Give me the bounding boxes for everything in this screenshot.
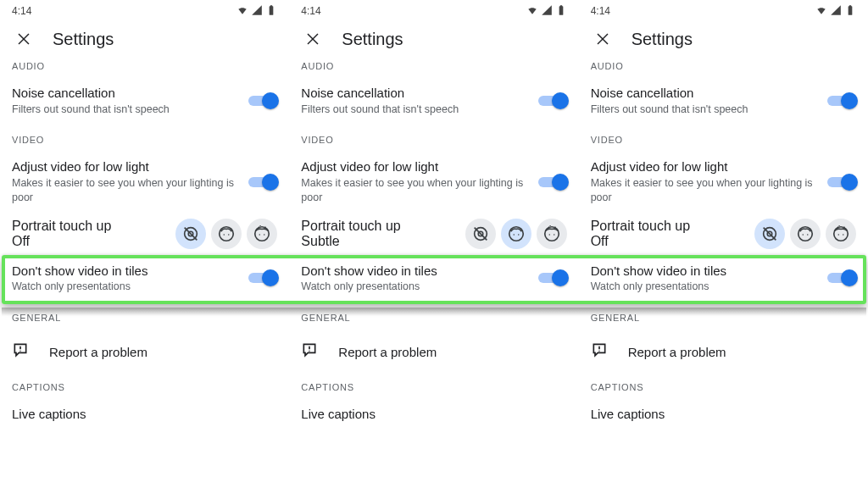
- section-audio: AUDIO: [12, 61, 277, 71]
- status-time: 4:14: [591, 5, 610, 17]
- setting-live-captions[interactable]: Live captions: [12, 401, 277, 431]
- setting-desc: Watch only presentations: [12, 280, 242, 294]
- section-captions: CAPTIONS: [301, 382, 566, 392]
- setting-noise-cancellation[interactable]: Noise cancellation Filters out sound tha…: [301, 80, 566, 125]
- portrait-off-icon[interactable]: [754, 219, 785, 249]
- signal-icon: [830, 4, 842, 19]
- setting-live-captions[interactable]: Live captions: [591, 401, 856, 431]
- page-title: Settings: [342, 30, 403, 49]
- feedback-icon: [591, 341, 608, 362]
- svg-point-32: [803, 234, 804, 235]
- setting-low-light[interactable]: Adjust video for low light Makes it easi…: [12, 153, 277, 213]
- status-time: 4:14: [301, 5, 320, 17]
- page-title: Settings: [53, 30, 114, 49]
- status-bar: 4:14: [301, 0, 566, 20]
- svg-point-25: [309, 351, 310, 352]
- close-button[interactable]: [303, 29, 323, 49]
- setting-desc: Makes it easier to see you when your lig…: [12, 176, 242, 205]
- setting-title: Noise cancellation: [301, 85, 531, 102]
- toggle-switch[interactable]: [248, 174, 277, 191]
- setting-noise-cancellation[interactable]: Noise cancellation Filters out sound tha…: [591, 80, 856, 125]
- setting-desc: Makes it easier to see you when your lig…: [301, 176, 531, 205]
- close-button[interactable]: [14, 29, 34, 49]
- setting-title: Report a problem: [49, 345, 147, 359]
- header: Settings: [301, 29, 566, 49]
- toggle-switch[interactable]: [248, 92, 277, 109]
- section-captions: CAPTIONS: [12, 382, 277, 392]
- status-bar: 4:14: [12, 0, 277, 20]
- svg-point-9: [259, 234, 260, 235]
- setting-desc: Filters out sound that isn't speech: [12, 103, 242, 117]
- svg-point-19: [513, 234, 514, 235]
- setting-report-problem[interactable]: Report a problem: [12, 331, 277, 372]
- svg-point-36: [843, 234, 843, 235]
- toggle-switch[interactable]: [827, 269, 856, 286]
- svg-point-22: [548, 234, 549, 235]
- setting-title: Don't show video in tiles: [301, 263, 531, 280]
- setting-title: Live captions: [12, 406, 270, 423]
- setting-dont-show-video[interactable]: Don't show video in tiles Watch only pre…: [301, 258, 566, 302]
- portrait-options: [754, 219, 856, 249]
- setting-low-light[interactable]: Adjust video for low light Makes it easi…: [591, 153, 856, 213]
- feedback-icon: [301, 341, 318, 362]
- header: Settings: [12, 29, 277, 49]
- portrait-smoothing-icon[interactable]: [826, 219, 856, 249]
- svg-point-35: [838, 234, 839, 235]
- setting-title: Live captions: [591, 406, 849, 423]
- setting-report-problem[interactable]: Report a problem: [591, 331, 856, 372]
- status-icons: [236, 4, 277, 19]
- setting-dont-show-video[interactable]: Don't show video in tiles Watch only pre…: [12, 258, 277, 302]
- portrait-off-icon[interactable]: [175, 219, 206, 249]
- wifi-icon: [526, 4, 538, 19]
- setting-low-light[interactable]: Adjust video for low light Makes it easi…: [301, 153, 566, 213]
- setting-title: Portrait touch up: [12, 219, 175, 234]
- wifi-icon: [815, 4, 827, 19]
- setting-title: Report a problem: [628, 345, 726, 359]
- close-button[interactable]: [593, 29, 613, 49]
- svg-point-7: [228, 234, 229, 235]
- setting-portrait-touch-up: Portrait touch up Off: [12, 214, 277, 258]
- section-general: GENERAL: [591, 313, 856, 323]
- portrait-off-icon[interactable]: [465, 219, 496, 249]
- setting-title: Adjust video for low light: [591, 158, 821, 175]
- setting-title: Report a problem: [338, 345, 437, 359]
- setting-title: Adjust video for low light: [12, 158, 242, 175]
- battery-icon: [265, 4, 277, 19]
- setting-dont-show-video[interactable]: Don't show video in tiles Watch only pre…: [591, 258, 856, 302]
- battery-icon: [844, 4, 856, 19]
- setting-title: Noise cancellation: [591, 85, 821, 102]
- settings-panel: 4:14 Settings AUDIO Noise cancellation F…: [289, 0, 578, 488]
- setting-title: Adjust video for low light: [301, 158, 531, 175]
- setting-title: Don't show video in tiles: [591, 263, 821, 280]
- svg-point-33: [807, 234, 808, 235]
- toggle-switch[interactable]: [538, 92, 567, 109]
- section-general: GENERAL: [12, 313, 277, 323]
- section-video: VIDEO: [12, 135, 277, 145]
- toggle-switch[interactable]: [538, 269, 567, 286]
- status-icons: [815, 4, 856, 19]
- toggle-switch[interactable]: [248, 269, 277, 286]
- setting-value: Off: [591, 234, 754, 249]
- portrait-smoothing-icon[interactable]: [247, 219, 277, 249]
- setting-portrait-touch-up: Portrait touch up Off: [591, 214, 856, 258]
- setting-live-captions[interactable]: Live captions: [301, 401, 566, 431]
- portrait-subtle-icon[interactable]: [211, 219, 242, 249]
- setting-title: Live captions: [301, 406, 559, 423]
- setting-report-problem[interactable]: Report a problem: [301, 331, 566, 372]
- toggle-switch[interactable]: [538, 174, 567, 191]
- portrait-subtle-icon[interactable]: [501, 219, 531, 249]
- section-audio: AUDIO: [591, 61, 856, 71]
- setting-noise-cancellation[interactable]: Noise cancellation Filters out sound tha…: [12, 80, 277, 125]
- svg-point-23: [554, 234, 554, 235]
- portrait-smoothing-icon[interactable]: [537, 219, 567, 249]
- toggle-switch[interactable]: [827, 92, 856, 109]
- portrait-options: [465, 219, 567, 249]
- portrait-subtle-icon[interactable]: [790, 219, 821, 249]
- signal-icon: [251, 4, 263, 19]
- svg-point-10: [264, 234, 264, 235]
- setting-title: Noise cancellation: [12, 85, 242, 102]
- toggle-switch[interactable]: [827, 174, 856, 191]
- settings-panel: 4:14 Settings AUDIO Noise cancellation F…: [0, 0, 289, 488]
- svg-point-38: [598, 351, 599, 352]
- setting-desc: Makes it easier to see you when your lig…: [591, 176, 821, 205]
